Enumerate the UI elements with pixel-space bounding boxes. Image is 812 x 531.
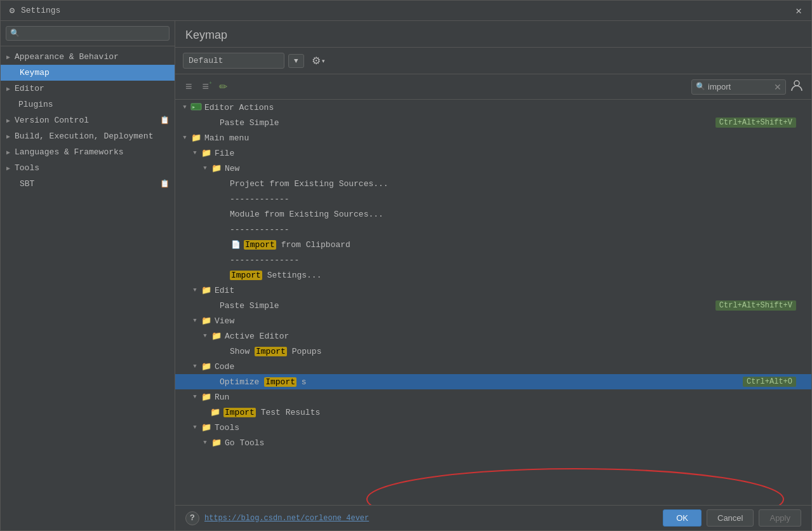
- sidebar-item-version-control[interactable]: ▶ Version Control 📋: [1, 112, 175, 128]
- tree-item-view[interactable]: ▼ 📁 View: [175, 313, 811, 328]
- tree-arrow-icon: ▼: [180, 135, 189, 141]
- expand-arrow-icon: ▶: [3, 117, 13, 124]
- sidebar-item-plugins[interactable]: Plugins: [1, 97, 175, 112]
- tree-item-new[interactable]: ▼ 📁 New: [175, 161, 811, 176]
- tree-item-import-clipboard[interactable]: 📄 Import from Clipboard: [175, 237, 811, 252]
- item-label: Import Test Results: [223, 408, 806, 417]
- tree-item-active-editor[interactable]: ▼ 📁 Active Editor: [175, 328, 811, 344]
- cancel-button[interactable]: Cancel: [707, 509, 754, 527]
- sidebar: 🔍 ▶ Appearance & Behavior Keymap ▶: [1, 21, 175, 530]
- expand-arrow-icon: ▶: [3, 85, 13, 93]
- settings-icon: 📋: [160, 179, 170, 189]
- filter-btn-2[interactable]: ≡+: [200, 79, 212, 95]
- item-label: Import from Clipboard: [244, 240, 806, 250]
- tree-item-import-test-results[interactable]: 📁 Import Test Results: [175, 405, 811, 420]
- tree-item-project-from[interactable]: Project from Existing Sources...: [175, 176, 811, 191]
- sidebar-search-wrap[interactable]: 🔍: [6, 26, 170, 41]
- item-label: ------------: [230, 225, 806, 234]
- folder-icon: 📁: [211, 164, 222, 173]
- sidebar-item-keymap[interactable]: Keymap: [1, 65, 175, 81]
- sidebar-nav: ▶ Appearance & Behavior Keymap ▶ Editor …: [1, 46, 175, 530]
- item-label: Module from Existing Sources...: [230, 210, 806, 219]
- tree-item-file[interactable]: ▼ 📁 File: [175, 145, 811, 161]
- sidebar-item-editor[interactable]: ▶ Editor: [1, 81, 175, 97]
- tree-item-code[interactable]: ▼ 📁 Code: [175, 359, 811, 374]
- keymap-dropdown-label: Default: [189, 56, 223, 65]
- label-post: Popups: [292, 347, 322, 356]
- item-label: Main menu: [204, 133, 806, 143]
- sidebar-search-bar: 🔍: [1, 21, 175, 46]
- folder-icon: 📁: [211, 332, 222, 340]
- tree-arrow-icon: ▼: [190, 363, 199, 370]
- item-label: Optimize Import s: [220, 377, 743, 387]
- tree-item-show-import-popups[interactable]: Show Import Popups: [175, 344, 811, 359]
- item-label: --------------: [230, 255, 806, 265]
- tree-item-main-menu[interactable]: ▼ 📁 Main menu: [175, 130, 811, 145]
- keymap-dropdown-arrow-btn[interactable]: ▼: [288, 54, 304, 68]
- label-pre: Show: [230, 347, 255, 356]
- folder-icon: 📁: [210, 408, 221, 417]
- bottom-link[interactable]: https://blog.csdn.net/corleone_4ever: [204, 514, 369, 523]
- item-label: Run: [215, 393, 806, 402]
- tree-item-module-from[interactable]: Module from Existing Sources...: [175, 206, 811, 222]
- bottom-bar: ? https://blog.csdn.net/corleone_4ever O…: [175, 505, 811, 530]
- sidebar-item-label: Languages & Frameworks: [15, 147, 170, 157]
- sidebar-item-build[interactable]: ▶ Build, Execution, Deployment: [1, 128, 175, 144]
- tree-item-optimize-imports[interactable]: Optimize Import s Ctrl+Alt+O: [175, 374, 811, 389]
- tree-arrow-icon: ▼: [201, 333, 210, 339]
- folder-icon: 📁: [201, 362, 212, 371]
- title-bar: ⚙ Settings ✕: [1, 1, 811, 21]
- sidebar-item-label: Version Control: [15, 116, 160, 125]
- filter-btn-1[interactable]: ≡: [183, 79, 195, 95]
- settings-icon: 📋: [160, 116, 170, 125]
- content-area: 🔍 ▶ Appearance & Behavior Keymap ▶: [1, 21, 811, 530]
- item-label: File: [215, 149, 806, 158]
- sidebar-search-input[interactable]: [22, 29, 165, 38]
- editor-actions-icon: ►: [190, 103, 202, 112]
- item-label: Paste Simple: [220, 301, 715, 311]
- folder-icon: 📁: [190, 133, 202, 142]
- label-post: s: [302, 377, 307, 387]
- window-icon: ⚙: [7, 6, 17, 16]
- sidebar-item-appearance[interactable]: ▶ Appearance & Behavior: [1, 49, 175, 65]
- tree-item-paste-simple-1[interactable]: Paste Simple Ctrl+Alt+Shift+V: [175, 115, 811, 130]
- tree-item-paste-simple-2[interactable]: Paste Simple Ctrl+Alt+Shift+V: [175, 298, 811, 313]
- item-label: ------------: [230, 194, 806, 204]
- tree-item-go-tools[interactable]: ▼ 📁 Go Tools: [175, 435, 811, 450]
- label-post: Settings...: [267, 271, 322, 280]
- folder-icon: 📁: [201, 393, 212, 401]
- edit-btn[interactable]: ✏: [216, 79, 230, 94]
- highlight-import: Import: [255, 347, 287, 356]
- sidebar-item-tools[interactable]: ▶ Tools: [1, 160, 175, 176]
- tree-item-tools-folder[interactable]: ▼ 📁 Tools: [175, 420, 811, 435]
- user-icon-button[interactable]: [790, 78, 804, 95]
- gear-button[interactable]: ⚙ ▾: [308, 53, 329, 68]
- search-right-wrap[interactable]: 🔍 ✕: [691, 79, 786, 95]
- tree-item-run[interactable]: ▼ 📁 Run: [175, 389, 811, 405]
- shortcut-badge: Ctrl+Alt+Shift+V: [715, 118, 796, 128]
- label-post: Test Results: [261, 408, 321, 417]
- tree-item-import-settings[interactable]: Import Settings...: [175, 267, 811, 283]
- item-label: Tools: [215, 423, 806, 433]
- tree-area: ▼ ► Editor Actions Paste Simple Ctrl+Alt…: [175, 100, 811, 505]
- apply-button[interactable]: Apply: [759, 509, 801, 527]
- sidebar-item-label: SBT: [20, 179, 160, 189]
- item-label: Edit: [215, 286, 806, 295]
- sidebar-item-sbt[interactable]: SBT 📋: [1, 176, 175, 192]
- tree-item-edit[interactable]: ▼ 📁 Edit: [175, 283, 811, 298]
- svg-point-0: [794, 81, 799, 86]
- tree-arrow-icon: ▼: [190, 287, 199, 293]
- keymap-dropdown[interactable]: Default: [183, 53, 284, 69]
- close-button[interactable]: ✕: [792, 4, 805, 17]
- search-clear-button[interactable]: ✕: [774, 82, 782, 92]
- folder-icon: 📁: [211, 438, 222, 447]
- ok-button[interactable]: OK: [663, 509, 702, 527]
- tree-item-editor-actions[interactable]: ▼ ► Editor Actions: [175, 100, 811, 115]
- keymap-search-input[interactable]: [708, 82, 771, 91]
- highlight-import: Import: [230, 271, 262, 280]
- tree-arrow-icon: ▼: [201, 165, 210, 171]
- help-button[interactable]: ?: [185, 511, 199, 525]
- sidebar-item-label: Tools: [15, 163, 170, 173]
- svg-point-1: [367, 469, 783, 505]
- sidebar-item-languages[interactable]: ▶ Languages & Frameworks: [1, 144, 175, 160]
